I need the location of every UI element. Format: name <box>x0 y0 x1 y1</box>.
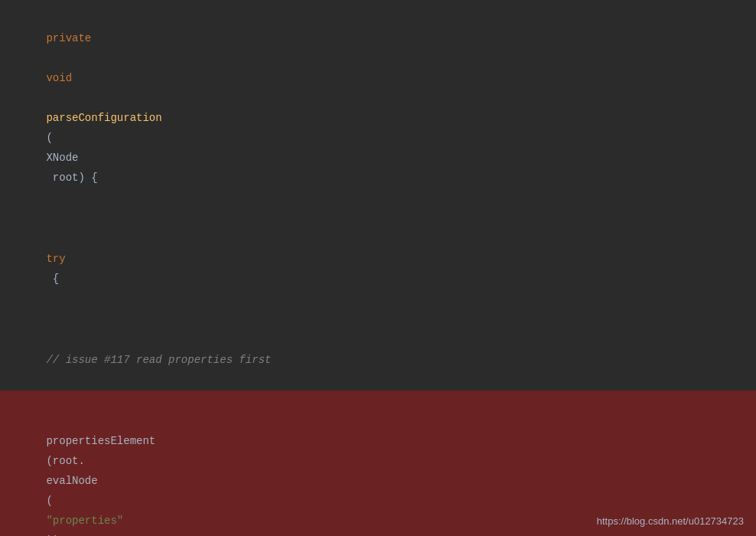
code-line-3: // issue #117 read properties first <box>0 309 756 391</box>
method-propertiesElement: propertiesElement <box>46 435 155 447</box>
fn-parseConfiguration: parseConfiguration <box>46 112 161 124</box>
code-line-4: propertiesElement (root. evalNode ( "pro… <box>0 391 756 536</box>
type-XNode: XNode <box>46 152 78 164</box>
code-line-2: try { <box>0 208 756 309</box>
comment-issue117: // issue #117 read properties first <box>46 354 271 366</box>
code-line-1: private void parseConfiguration ( XNode … <box>0 8 756 208</box>
keyword-private: private <box>46 32 91 44</box>
watermark: https://blog.csdn.net/u012734723 <box>597 515 744 527</box>
str-properties: "properties" <box>46 515 123 527</box>
keyword-void: void <box>46 72 72 84</box>
method-evalNode1: evalNode <box>46 475 97 487</box>
keyword-try: try <box>46 253 65 265</box>
code-viewer: private void parseConfiguration ( XNode … <box>0 0 756 536</box>
